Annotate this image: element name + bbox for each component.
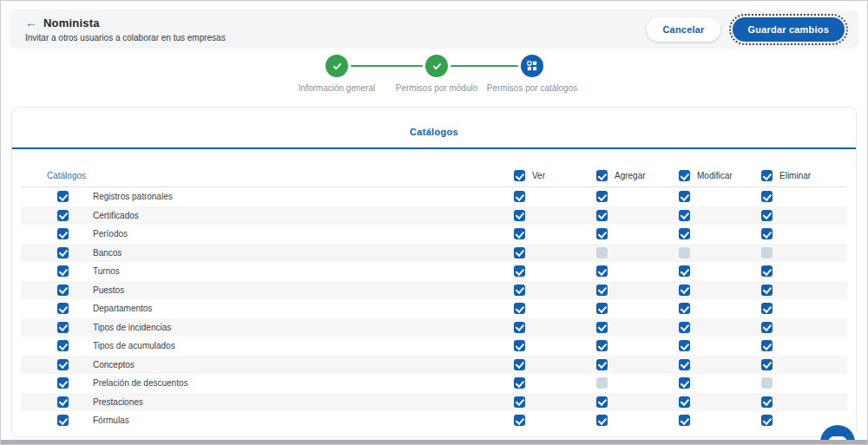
row-checkbox[interactable] (57, 396, 69, 408)
row-checkbox[interactable] (57, 285, 69, 296)
row-label-cell: Tipos de acumulados (47, 340, 514, 351)
eliminar-checkbox[interactable] (761, 210, 773, 221)
eliminar-checkbox[interactable] (761, 265, 773, 277)
agregar-checkbox[interactable] (596, 415, 608, 426)
back-arrow-icon[interactable]: ← (25, 16, 37, 29)
table-row: Departamentos (21, 299, 847, 318)
agregar-checkbox[interactable] (596, 322, 608, 333)
eliminar-header-checkbox[interactable] (761, 170, 773, 181)
eliminar-checkbox[interactable] (761, 228, 773, 239)
table-row: Bancos (21, 244, 847, 263)
ver-checkbox[interactable] (514, 303, 525, 314)
step-1-circle[interactable] (326, 55, 348, 77)
ver-checkbox[interactable] (514, 265, 525, 277)
ver-header-checkbox[interactable] (514, 170, 525, 181)
agregar-checkbox[interactable] (596, 377, 608, 389)
ver-checkbox[interactable] (514, 210, 525, 221)
ver-checkbox[interactable] (514, 340, 525, 351)
agregar-checkbox[interactable] (596, 359, 608, 370)
ver-checkbox[interactable] (514, 396, 525, 408)
modificar-checkbox[interactable] (679, 247, 690, 258)
modificar-checkbox[interactable] (679, 191, 690, 202)
table-row: Certificados (21, 206, 847, 226)
row-checkbox[interactable] (57, 303, 69, 314)
eliminar-checkbox[interactable] (761, 340, 773, 351)
modificar-checkbox[interactable] (679, 396, 690, 408)
row-checkbox[interactable] (57, 359, 69, 370)
row-checkbox[interactable] (57, 322, 69, 333)
eliminar-checkbox[interactable] (761, 396, 773, 408)
agregar-checkbox[interactable] (596, 210, 608, 221)
tab-catalogos[interactable]: Catálogos (410, 127, 458, 137)
column-header-modificar: Modificar (679, 170, 761, 181)
eliminar-checkbox[interactable] (761, 191, 773, 202)
row-checkbox[interactable] (57, 340, 69, 351)
modificar-header-checkbox[interactable] (679, 170, 690, 181)
modificar-checkbox[interactable] (679, 265, 690, 277)
step-2-circle[interactable] (425, 55, 448, 77)
modificar-checkbox[interactable] (679, 377, 690, 389)
row-label-cell: Prelación de descuentos (47, 377, 514, 389)
modificar-checkbox[interactable] (679, 415, 690, 426)
modificar-checkbox[interactable] (679, 340, 690, 351)
eliminar-checkbox[interactable] (761, 303, 773, 314)
column-header-catalogos: Catálogos (47, 171, 514, 180)
table-body: Registros patronales Certificados Períod… (21, 187, 847, 430)
agregar-checkbox[interactable] (596, 396, 608, 408)
step-connector-2 (450, 65, 518, 67)
save-changes-button[interactable]: Guardar cambios (733, 17, 845, 42)
row-label-cell: Turnos (47, 265, 514, 277)
ver-checkbox[interactable] (514, 359, 525, 370)
modificar-checkbox[interactable] (679, 322, 690, 333)
eliminar-checkbox[interactable] (761, 415, 773, 426)
row-label: Departamentos (93, 304, 152, 313)
column-header-agregar: Agregar (596, 170, 679, 181)
eliminar-checkbox[interactable] (761, 322, 773, 333)
ver-checkbox[interactable] (514, 191, 525, 202)
row-checkbox[interactable] (57, 265, 69, 277)
row-label: Fórmulas (93, 416, 129, 425)
app-window: ← Nominista Invitar a otros usuarios a c… (0, 0, 868, 445)
grid-icon (527, 61, 537, 71)
agregar-checkbox[interactable] (596, 265, 608, 277)
step-3-circle[interactable] (521, 55, 543, 77)
agregar-checkbox[interactable] (596, 191, 608, 202)
agregar-checkbox[interactable] (596, 228, 608, 239)
step-connector-1 (351, 65, 423, 67)
ver-checkbox[interactable] (514, 415, 525, 426)
row-label-cell: Registros patronales (47, 191, 514, 202)
agregar-checkbox[interactable] (596, 247, 608, 258)
agregar-header-checkbox[interactable] (596, 170, 608, 181)
ver-checkbox[interactable] (514, 228, 525, 239)
eliminar-checkbox[interactable] (761, 247, 773, 258)
modificar-checkbox[interactable] (679, 359, 690, 370)
row-checkbox[interactable] (57, 415, 69, 426)
ver-checkbox[interactable] (514, 247, 525, 258)
table-row: Tipos de incidencias (21, 318, 847, 337)
row-checkbox[interactable] (57, 247, 69, 258)
row-checkbox[interactable] (57, 228, 69, 239)
modificar-checkbox[interactable] (679, 210, 690, 221)
modificar-checkbox[interactable] (679, 285, 690, 296)
agregar-checkbox[interactable] (596, 303, 608, 314)
row-checkbox[interactable] (57, 377, 69, 389)
agregar-checkbox[interactable] (596, 285, 608, 296)
row-label: Tipos de acumulados (93, 341, 175, 350)
window-bottom-edge (1, 440, 867, 444)
eliminar-checkbox[interactable] (761, 377, 773, 389)
modificar-checkbox[interactable] (679, 228, 690, 239)
table-header-row: Catálogos Ver Agregar Modificar Eliminar (21, 165, 847, 187)
modificar-checkbox[interactable] (679, 303, 690, 314)
eliminar-checkbox[interactable] (761, 359, 773, 370)
ver-checkbox[interactable] (514, 322, 525, 333)
cancel-button[interactable]: Cancelar (647, 17, 720, 42)
row-checkbox[interactable] (57, 191, 69, 202)
row-label-cell: Prestaciones (47, 396, 514, 408)
ver-checkbox[interactable] (514, 377, 525, 389)
eliminar-checkbox[interactable] (761, 285, 773, 296)
page-title: Nominista (43, 16, 100, 29)
table-row: Períodos (21, 225, 847, 244)
ver-checkbox[interactable] (514, 285, 525, 296)
agregar-checkbox[interactable] (596, 340, 608, 351)
row-checkbox[interactable] (57, 210, 69, 221)
